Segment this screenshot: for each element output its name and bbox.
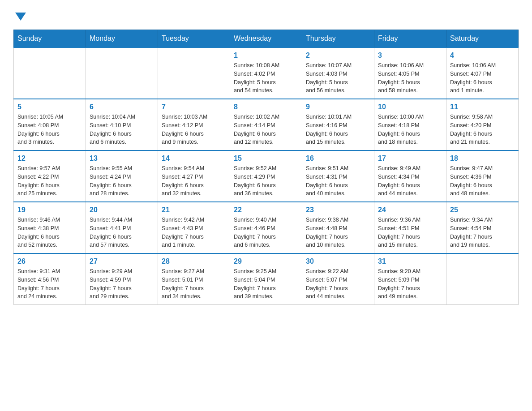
calendar-cell [158, 47, 230, 99]
day-number: 16 [306, 154, 370, 163]
day-number: 4 [450, 51, 515, 60]
day-info: Sunrise: 10:03 AM Sunset: 4:12 PM Daylig… [162, 113, 226, 146]
calendar-cell: 5Sunrise: 10:05 AM Sunset: 4:08 PM Dayli… [14, 99, 86, 150]
day-info: Sunrise: 10:02 AM Sunset: 4:14 PM Daylig… [234, 113, 298, 146]
day-info: Sunrise: 9:42 AM Sunset: 4:43 PM Dayligh… [162, 216, 226, 249]
day-header-wednesday: Wednesday [230, 30, 302, 48]
day-info: Sunrise: 9:25 AM Sunset: 5:04 PM Dayligh… [234, 267, 298, 301]
day-number: 13 [90, 154, 154, 163]
day-info: Sunrise: 9:40 AM Sunset: 4:46 PM Dayligh… [234, 216, 298, 249]
calendar-cell: 2Sunrise: 10:07 AM Sunset: 4:03 PM Dayli… [302, 47, 374, 99]
calendar-cell: 31Sunrise: 9:20 AM Sunset: 5:09 PM Dayli… [374, 253, 446, 305]
calendar-cell: 24Sunrise: 9:36 AM Sunset: 4:51 PM Dayli… [374, 202, 446, 253]
day-number: 12 [17, 154, 82, 163]
day-number: 27 [90, 257, 154, 265]
day-info: Sunrise: 9:54 AM Sunset: 4:27 PM Dayligh… [162, 164, 226, 198]
day-info: Sunrise: 9:47 AM Sunset: 4:36 PM Dayligh… [450, 164, 515, 198]
day-number: 8 [234, 103, 298, 111]
day-info: Sunrise: 9:27 AM Sunset: 5:01 PM Dayligh… [162, 267, 226, 301]
day-info: Sunrise: 9:46 AM Sunset: 4:38 PM Dayligh… [17, 216, 82, 249]
calendar-cell: 12Sunrise: 9:57 AM Sunset: 4:22 PM Dayli… [14, 150, 86, 202]
day-number: 18 [450, 154, 515, 163]
calendar-cell: 8Sunrise: 10:02 AM Sunset: 4:14 PM Dayli… [230, 99, 302, 150]
day-info: Sunrise: 10:04 AM Sunset: 4:10 PM Daylig… [90, 113, 154, 146]
day-header-tuesday: Tuesday [158, 30, 230, 48]
day-info: Sunrise: 9:38 AM Sunset: 4:48 PM Dayligh… [306, 216, 370, 249]
logo-content [13, 9, 26, 21]
calendar-week-row: 26Sunrise: 9:31 AM Sunset: 4:56 PM Dayli… [14, 253, 519, 305]
calendar-week-row: 12Sunrise: 9:57 AM Sunset: 4:22 PM Dayli… [14, 150, 519, 202]
calendar-cell: 26Sunrise: 9:31 AM Sunset: 4:56 PM Dayli… [14, 253, 86, 305]
calendar-cell: 9Sunrise: 10:01 AM Sunset: 4:16 PM Dayli… [302, 99, 374, 150]
day-info: Sunrise: 9:49 AM Sunset: 4:34 PM Dayligh… [378, 164, 442, 198]
calendar-cell: 7Sunrise: 10:03 AM Sunset: 4:12 PM Dayli… [158, 99, 230, 150]
day-number: 26 [17, 257, 82, 265]
calendar-cell: 19Sunrise: 9:46 AM Sunset: 4:38 PM Dayli… [14, 202, 86, 253]
calendar-cell: 6Sunrise: 10:04 AM Sunset: 4:10 PM Dayli… [86, 99, 158, 150]
calendar-cell: 20Sunrise: 9:44 AM Sunset: 4:41 PM Dayli… [86, 202, 158, 253]
calendar-cell: 15Sunrise: 9:52 AM Sunset: 4:29 PM Dayli… [230, 150, 302, 202]
calendar-week-row: 1Sunrise: 10:08 AM Sunset: 4:02 PM Dayli… [14, 47, 519, 99]
day-number: 10 [378, 103, 442, 111]
day-header-thursday: Thursday [302, 30, 374, 48]
calendar-cell: 14Sunrise: 9:54 AM Sunset: 4:27 PM Dayli… [158, 150, 230, 202]
day-info: Sunrise: 10:07 AM Sunset: 4:03 PM Daylig… [306, 61, 370, 95]
day-number: 15 [234, 154, 298, 163]
calendar-cell: 28Sunrise: 9:27 AM Sunset: 5:01 PM Dayli… [158, 253, 230, 305]
day-info: Sunrise: 10:00 AM Sunset: 4:18 PM Daylig… [378, 113, 442, 146]
day-info: Sunrise: 9:55 AM Sunset: 4:24 PM Dayligh… [90, 164, 154, 198]
calendar-cell: 10Sunrise: 10:00 AM Sunset: 4:18 PM Dayl… [374, 99, 446, 150]
calendar-cell: 1Sunrise: 10:08 AM Sunset: 4:02 PM Dayli… [230, 47, 302, 99]
day-number: 14 [162, 154, 226, 163]
day-number: 22 [234, 206, 298, 214]
day-info: Sunrise: 9:52 AM Sunset: 4:29 PM Dayligh… [234, 164, 298, 198]
day-number: 6 [90, 103, 154, 111]
day-info: Sunrise: 9:36 AM Sunset: 4:51 PM Dayligh… [378, 216, 442, 249]
day-number: 30 [306, 257, 370, 265]
calendar-cell: 3Sunrise: 10:06 AM Sunset: 4:05 PM Dayli… [374, 47, 446, 99]
day-number: 29 [234, 257, 298, 265]
day-info: Sunrise: 9:51 AM Sunset: 4:31 PM Dayligh… [306, 164, 370, 198]
day-header-sunday: Sunday [14, 30, 86, 48]
day-number: 19 [17, 206, 82, 214]
day-info: Sunrise: 10:01 AM Sunset: 4:16 PM Daylig… [306, 113, 370, 146]
day-number: 17 [378, 154, 442, 163]
calendar-cell [14, 47, 86, 99]
day-info: Sunrise: 10:08 AM Sunset: 4:02 PM Daylig… [234, 61, 298, 95]
day-header-saturday: Saturday [446, 30, 519, 48]
day-header-monday: Monday [86, 30, 158, 48]
day-number: 2 [306, 51, 370, 60]
day-info: Sunrise: 9:31 AM Sunset: 4:56 PM Dayligh… [17, 267, 82, 301]
day-info: Sunrise: 10:06 AM Sunset: 4:05 PM Daylig… [378, 61, 442, 95]
day-number: 11 [450, 103, 515, 111]
logo [13, 9, 26, 21]
day-number: 20 [90, 206, 154, 214]
day-info: Sunrise: 9:34 AM Sunset: 4:54 PM Dayligh… [450, 216, 515, 249]
calendar-week-row: 19Sunrise: 9:46 AM Sunset: 4:38 PM Dayli… [14, 202, 519, 253]
day-number: 23 [306, 206, 370, 214]
page-header [13, 9, 519, 21]
logo-triangle-icon [15, 13, 26, 21]
day-number: 24 [378, 206, 442, 214]
calendar-cell: 18Sunrise: 9:47 AM Sunset: 4:36 PM Dayli… [446, 150, 519, 202]
calendar-cell: 25Sunrise: 9:34 AM Sunset: 4:54 PM Dayli… [446, 202, 519, 253]
calendar-cell: 17Sunrise: 9:49 AM Sunset: 4:34 PM Dayli… [374, 150, 446, 202]
day-number: 21 [162, 206, 226, 214]
calendar-cell: 11Sunrise: 9:58 AM Sunset: 4:20 PM Dayli… [446, 99, 519, 150]
day-number: 3 [378, 51, 442, 60]
calendar-cell: 29Sunrise: 9:25 AM Sunset: 5:04 PM Dayli… [230, 253, 302, 305]
day-info: Sunrise: 9:44 AM Sunset: 4:41 PM Dayligh… [90, 216, 154, 249]
day-number: 5 [17, 103, 82, 111]
calendar-cell: 13Sunrise: 9:55 AM Sunset: 4:24 PM Dayli… [86, 150, 158, 202]
day-info: Sunrise: 9:29 AM Sunset: 4:59 PM Dayligh… [90, 267, 154, 301]
calendar-cell: 30Sunrise: 9:22 AM Sunset: 5:07 PM Dayli… [302, 253, 374, 305]
calendar-week-row: 5Sunrise: 10:05 AM Sunset: 4:08 PM Dayli… [14, 99, 519, 150]
calendar-cell: 21Sunrise: 9:42 AM Sunset: 4:43 PM Dayli… [158, 202, 230, 253]
day-info: Sunrise: 10:05 AM Sunset: 4:08 PM Daylig… [17, 113, 82, 146]
day-number: 25 [450, 206, 515, 214]
day-number: 9 [306, 103, 370, 111]
day-number: 28 [162, 257, 226, 265]
calendar-cell: 27Sunrise: 9:29 AM Sunset: 4:59 PM Dayli… [86, 253, 158, 305]
day-number: 7 [162, 103, 226, 111]
calendar-cell: 23Sunrise: 9:38 AM Sunset: 4:48 PM Dayli… [302, 202, 374, 253]
